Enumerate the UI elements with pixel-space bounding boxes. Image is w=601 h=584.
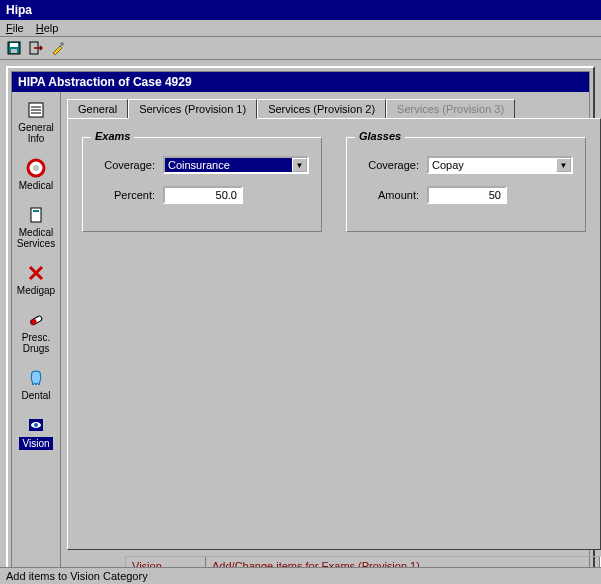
tab-strip: General Services (Provision 1) Services …	[67, 98, 601, 118]
sidebar-item-medical-services[interactable]: Medical Services	[12, 203, 60, 251]
form-icon	[26, 100, 46, 120]
svg-point-10	[33, 165, 39, 171]
exams-coverage-combo[interactable]: Coinsurance ▼	[163, 156, 309, 174]
pill-icon	[26, 310, 46, 330]
chevron-down-icon[interactable]: ▼	[556, 158, 571, 172]
exams-percent-input[interactable]	[163, 186, 243, 204]
sidebar-item-medigap[interactable]: Medigap	[12, 261, 60, 298]
svg-rect-12	[33, 210, 39, 212]
sidebar-item-dental[interactable]: Dental	[12, 366, 60, 403]
tab-services-provision-3: Services (Provision 3)	[386, 99, 515, 119]
group-exams: Exams Coverage: Coinsurance ▼ Percent:	[82, 137, 322, 232]
exit-icon[interactable]	[28, 40, 44, 56]
svg-rect-1	[10, 43, 18, 47]
sidebar-item-label: Vision	[19, 437, 52, 450]
svg-point-4	[60, 42, 64, 46]
glasses-coverage-label: Coverage:	[359, 159, 419, 171]
content-frame: HIPA Abstraction of Case 4929 General In…	[6, 66, 595, 584]
toolbar	[0, 37, 601, 60]
menu-help[interactable]: Help	[36, 22, 59, 34]
menu-file[interactable]: File	[6, 22, 24, 34]
sidebar-item-label: General Info	[18, 122, 54, 144]
main-panel: General Services (Provision 1) Services …	[61, 92, 601, 580]
sidebar-item-label: Presc. Drugs	[22, 332, 50, 354]
sidebar: General Info Medical Medical Services Me…	[12, 92, 61, 580]
tab-general[interactable]: General	[67, 99, 128, 119]
exams-percent-label: Percent:	[95, 189, 155, 201]
tool-icon[interactable]	[50, 40, 66, 56]
group-legend-exams: Exams	[91, 130, 134, 142]
group-legend-glasses: Glasses	[355, 130, 405, 142]
menubar: File Help	[0, 20, 601, 37]
x-icon	[26, 263, 46, 283]
group-glasses: Glasses Coverage: Copay ▼ Amount:	[346, 137, 586, 232]
sidebar-item-label: Medigap	[17, 285, 55, 296]
document-icon	[26, 205, 46, 225]
life-ring-icon	[26, 158, 46, 178]
tab-services-provision-1[interactable]: Services (Provision 1)	[128, 99, 257, 119]
sidebar-item-vision[interactable]: Vision	[12, 413, 60, 452]
sidebar-item-presc-drugs[interactable]: Presc. Drugs	[12, 308, 60, 356]
svg-point-17	[34, 423, 38, 427]
chevron-down-icon[interactable]: ▼	[292, 158, 307, 172]
sidebar-item-general-info[interactable]: General Info	[12, 98, 60, 146]
glasses-amount-label: Amount:	[359, 189, 419, 201]
sidebar-item-label: Medical	[19, 180, 53, 191]
tab-body: Exams Coverage: Coinsurance ▼ Percent:	[67, 118, 601, 550]
tab-services-provision-2[interactable]: Services (Provision 2)	[257, 99, 386, 119]
glasses-coverage-value: Copay	[429, 158, 556, 172]
eye-icon	[26, 415, 46, 435]
tooth-icon	[26, 368, 46, 388]
save-icon[interactable]	[6, 40, 22, 56]
sidebar-item-medical[interactable]: Medical	[12, 156, 60, 193]
exams-coverage-label: Coverage:	[95, 159, 155, 171]
sidebar-item-label: Dental	[22, 390, 51, 401]
exams-coverage-value: Coinsurance	[165, 158, 292, 172]
glasses-coverage-combo[interactable]: Copay ▼	[427, 156, 573, 174]
window-title: Hipa	[0, 0, 601, 20]
footer-status-bar: Add items to Vision Category	[0, 567, 601, 584]
panel-title: HIPA Abstraction of Case 4929	[12, 72, 589, 92]
sidebar-item-label: Medical Services	[17, 227, 55, 249]
glasses-amount-input[interactable]	[427, 186, 507, 204]
svg-rect-2	[11, 49, 17, 53]
